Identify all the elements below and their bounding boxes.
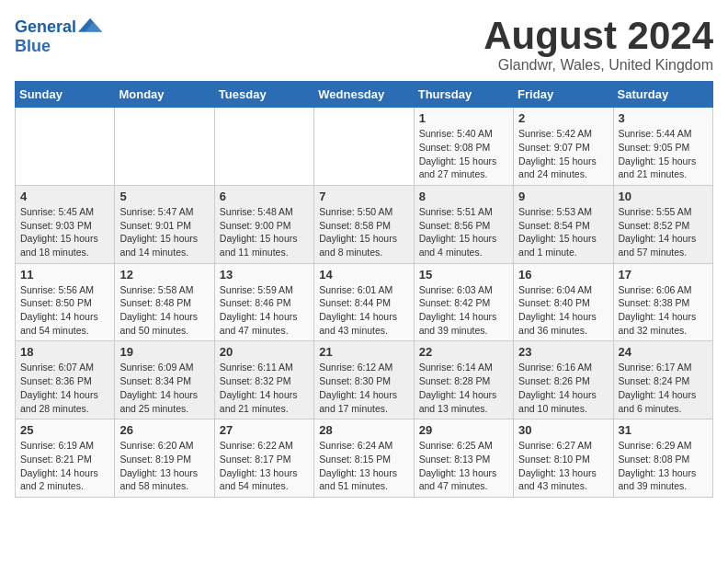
day-info: Sunrise: 5:59 AMSunset: 8:46 PMDaylight:… <box>220 283 309 338</box>
calendar-cell-w1d6: 10Sunrise: 5:55 AMSunset: 8:52 PMDayligh… <box>613 185 712 263</box>
day-info: Sunrise: 6:07 AMSunset: 8:36 PMDaylight:… <box>20 361 109 415</box>
header: General Blue August 2024 Glandwr, Wales,… <box>15 15 713 74</box>
day-info: Sunrise: 6:01 AMSunset: 8:44 PMDaylight:… <box>319 283 408 338</box>
day-info: Sunrise: 6:25 AMSunset: 8:13 PMDaylight:… <box>419 439 508 493</box>
day-info: Sunrise: 6:27 AMSunset: 8:10 PMDaylight:… <box>518 439 608 493</box>
calendar-cell-w2d0: 11Sunrise: 5:56 AMSunset: 8:50 PMDayligh… <box>16 263 115 341</box>
day-number: 13 <box>220 268 309 282</box>
calendar-cell-w1d1: 5Sunrise: 5:47 AMSunset: 9:01 PMDaylight… <box>115 185 214 263</box>
weekday-header-wednesday: Wednesday <box>314 82 414 108</box>
day-info: Sunrise: 6:12 AMSunset: 8:30 PMDaylight:… <box>319 361 408 415</box>
calendar-cell-w2d2: 13Sunrise: 5:59 AMSunset: 8:46 PMDayligh… <box>214 263 313 341</box>
calendar-cell-w3d3: 21Sunrise: 6:12 AMSunset: 8:30 PMDayligh… <box>314 341 414 419</box>
logo-icon <box>78 15 104 40</box>
calendar: SundayMondayTuesdayWednesdayThursdayFrid… <box>15 81 713 498</box>
calendar-cell-w2d6: 17Sunrise: 6:06 AMSunset: 8:38 PMDayligh… <box>613 263 712 341</box>
day-number: 5 <box>119 190 209 203</box>
calendar-cell-w4d5: 30Sunrise: 6:27 AMSunset: 8:10 PMDayligh… <box>514 419 613 498</box>
day-info: Sunrise: 5:53 AMSunset: 8:54 PMDaylight:… <box>518 205 608 259</box>
logo-text: General <box>15 18 76 37</box>
calendar-cell-w0d1 <box>115 108 214 186</box>
day-number: 15 <box>419 268 508 282</box>
day-info: Sunrise: 5:42 AMSunset: 9:07 PMDaylight:… <box>518 127 608 181</box>
day-info: Sunrise: 6:09 AMSunset: 8:34 PMDaylight:… <box>119 361 209 415</box>
day-number: 6 <box>220 190 309 203</box>
day-info: Sunrise: 6:24 AMSunset: 8:15 PMDaylight:… <box>319 439 408 493</box>
day-info: Sunrise: 6:20 AMSunset: 8:19 PMDaylight:… <box>119 439 209 493</box>
day-info: Sunrise: 6:16 AMSunset: 8:26 PMDaylight:… <box>518 361 608 415</box>
day-info: Sunrise: 5:51 AMSunset: 8:56 PMDaylight:… <box>419 205 508 259</box>
calendar-cell-w4d4: 29Sunrise: 6:25 AMSunset: 8:13 PMDayligh… <box>414 419 513 498</box>
day-info: Sunrise: 5:58 AMSunset: 8:48 PMDaylight:… <box>119 283 209 338</box>
day-info: Sunrise: 5:47 AMSunset: 9:01 PMDaylight:… <box>119 205 209 259</box>
day-number: 22 <box>419 345 508 359</box>
weekday-header-saturday: Saturday <box>613 82 712 108</box>
day-info: Sunrise: 6:22 AMSunset: 8:17 PMDaylight:… <box>220 439 309 493</box>
calendar-cell-w0d4: 1Sunrise: 5:40 AMSunset: 9:08 PMDaylight… <box>414 108 513 186</box>
day-number: 7 <box>319 190 408 203</box>
day-info: Sunrise: 6:14 AMSunset: 8:28 PMDaylight:… <box>419 361 508 415</box>
calendar-cell-w4d6: 31Sunrise: 6:29 AMSunset: 8:08 PMDayligh… <box>613 419 712 498</box>
day-info: Sunrise: 5:48 AMSunset: 9:00 PMDaylight:… <box>220 205 309 259</box>
day-info: Sunrise: 5:44 AMSunset: 9:05 PMDaylight:… <box>619 127 708 181</box>
weekday-header-sunday: Sunday <box>16 82 115 108</box>
day-number: 29 <box>419 423 508 437</box>
day-number: 2 <box>518 111 608 125</box>
day-number: 9 <box>518 190 608 203</box>
calendar-cell-w3d0: 18Sunrise: 6:07 AMSunset: 8:36 PMDayligh… <box>16 341 115 419</box>
day-info: Sunrise: 6:03 AMSunset: 8:42 PMDaylight:… <box>419 283 508 338</box>
weekday-header-thursday: Thursday <box>414 82 513 108</box>
day-number: 26 <box>119 423 209 437</box>
day-number: 25 <box>20 423 109 437</box>
day-number: 30 <box>518 423 608 437</box>
calendar-cell-w3d4: 22Sunrise: 6:14 AMSunset: 8:28 PMDayligh… <box>414 341 513 419</box>
calendar-cell-w0d6: 3Sunrise: 5:44 AMSunset: 9:05 PMDaylight… <box>613 108 712 186</box>
day-info: Sunrise: 5:45 AMSunset: 9:03 PMDaylight:… <box>20 205 109 259</box>
day-info: Sunrise: 5:50 AMSunset: 8:58 PMDaylight:… <box>319 205 408 259</box>
calendar-cell-w2d1: 12Sunrise: 5:58 AMSunset: 8:48 PMDayligh… <box>115 263 214 341</box>
calendar-cell-w3d6: 24Sunrise: 6:17 AMSunset: 8:24 PMDayligh… <box>613 341 712 419</box>
day-number: 8 <box>419 190 508 203</box>
day-number: 11 <box>20 268 109 282</box>
day-info: Sunrise: 6:06 AMSunset: 8:38 PMDaylight:… <box>619 283 708 338</box>
calendar-cell-w4d3: 28Sunrise: 6:24 AMSunset: 8:15 PMDayligh… <box>314 419 414 498</box>
day-number: 4 <box>20 190 109 203</box>
calendar-cell-w0d0 <box>16 108 115 186</box>
day-info: Sunrise: 6:17 AMSunset: 8:24 PMDaylight:… <box>619 361 708 415</box>
day-info: Sunrise: 5:56 AMSunset: 8:50 PMDaylight:… <box>20 283 109 338</box>
day-number: 23 <box>518 345 608 359</box>
calendar-cell-w1d0: 4Sunrise: 5:45 AMSunset: 9:03 PMDaylight… <box>16 185 115 263</box>
calendar-cell-w4d1: 26Sunrise: 6:20 AMSunset: 8:19 PMDayligh… <box>115 419 214 498</box>
calendar-cell-w1d5: 9Sunrise: 5:53 AMSunset: 8:54 PMDaylight… <box>514 185 613 263</box>
day-number: 16 <box>518 268 608 282</box>
day-info: Sunrise: 6:19 AMSunset: 8:21 PMDaylight:… <box>20 439 109 493</box>
day-number: 21 <box>319 345 408 359</box>
weekday-header-monday: Monday <box>115 82 214 108</box>
calendar-cell-w0d2 <box>214 108 313 186</box>
weekday-header-friday: Friday <box>514 82 613 108</box>
calendar-cell-w1d3: 7Sunrise: 5:50 AMSunset: 8:58 PMDaylight… <box>314 185 414 263</box>
logo: General Blue <box>15 15 104 56</box>
day-number: 31 <box>619 423 708 437</box>
calendar-cell-w0d5: 2Sunrise: 5:42 AMSunset: 9:07 PMDaylight… <box>514 108 613 186</box>
calendar-cell-w2d5: 16Sunrise: 6:04 AMSunset: 8:40 PMDayligh… <box>514 263 613 341</box>
day-number: 3 <box>619 111 708 125</box>
main-title: August 2024 <box>483 15 713 57</box>
day-number: 1 <box>419 111 508 125</box>
calendar-cell-w3d2: 20Sunrise: 6:11 AMSunset: 8:32 PMDayligh… <box>214 341 313 419</box>
title-area: August 2024 Glandwr, Wales, United Kingd… <box>483 15 713 74</box>
day-number: 19 <box>119 345 209 359</box>
calendar-cell-w2d4: 15Sunrise: 6:03 AMSunset: 8:42 PMDayligh… <box>414 263 513 341</box>
day-number: 27 <box>220 423 309 437</box>
day-number: 12 <box>119 268 209 282</box>
day-number: 20 <box>220 345 309 359</box>
day-number: 10 <box>619 190 708 203</box>
day-info: Sunrise: 6:04 AMSunset: 8:40 PMDaylight:… <box>518 283 608 338</box>
subtitle: Glandwr, Wales, United Kingdom <box>483 57 713 74</box>
calendar-cell-w3d1: 19Sunrise: 6:09 AMSunset: 8:34 PMDayligh… <box>115 341 214 419</box>
calendar-cell-w4d2: 27Sunrise: 6:22 AMSunset: 8:17 PMDayligh… <box>214 419 313 498</box>
day-info: Sunrise: 6:11 AMSunset: 8:32 PMDaylight:… <box>220 361 309 415</box>
day-info: Sunrise: 6:29 AMSunset: 8:08 PMDaylight:… <box>619 439 708 493</box>
weekday-header-tuesday: Tuesday <box>214 82 313 108</box>
day-number: 17 <box>619 268 708 282</box>
